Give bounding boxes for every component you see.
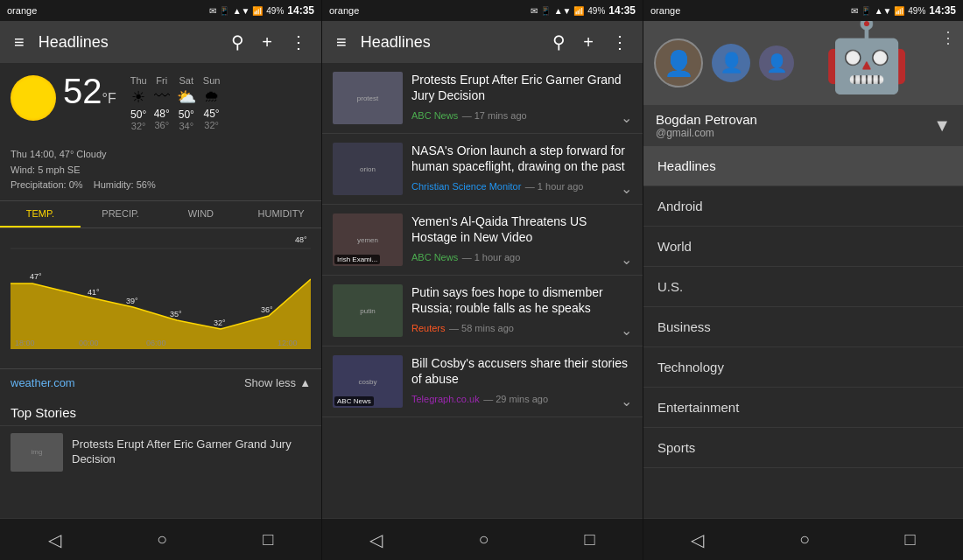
forecast-sat-hi: 50° — [177, 108, 196, 121]
drawer-item-world[interactable]: World — [643, 227, 963, 267]
carrier-1: orange — [7, 5, 37, 16]
news-headline-1: NASA's Orion launch a step forward for h… — [411, 143, 632, 174]
search-button-1[interactable]: ⚲ — [228, 28, 248, 56]
drawer-item-label-sports: Sports — [657, 440, 695, 455]
drawer-item-android[interactable]: Android — [643, 186, 963, 227]
news-time-0: — 17 mins ago — [462, 110, 527, 121]
expand-icon-1[interactable]: ⌄ — [621, 180, 632, 197]
news-item-3[interactable]: putin Putin says foes hope to dismember … — [322, 276, 643, 346]
status-bar-2: orange ✉ 📱 ▲▼ 📶 49% 14:35 — [322, 0, 643, 21]
list-item[interactable]: img Protests Erupt After Eric Garner Gra… — [0, 425, 321, 479]
home-button-3[interactable]: ○ — [799, 529, 810, 550]
news-thumb-0: protest — [333, 72, 403, 124]
avatar-tertiary[interactable]: 👤 — [759, 46, 794, 80]
battery-3: 49% — [908, 6, 925, 16]
drawer-item-entertainment[interactable]: Entertainment — [643, 388, 963, 428]
forecast-thu-name: Thu — [130, 75, 147, 86]
weather-link[interactable]: weather.com — [11, 376, 75, 389]
news-headline-0: Protests Erupt After Eric Garner Grand J… — [411, 72, 632, 103]
signal-icon-2: ✉ 📱 — [531, 6, 551, 16]
forecast-fri-icon: 〰 — [154, 88, 170, 106]
expand-icon-3[interactable]: ⌄ — [621, 322, 632, 339]
tab-precip[interactable]: PRECIP. — [81, 201, 161, 228]
news-time-2: — 1 hour ago — [462, 252, 521, 262]
headlines-panel: orange ✉ 📱 ▲▼ 📶 49% 14:35 ≡ Headlines ⚲ … — [321, 0, 643, 560]
axis-06: 06:00 — [146, 339, 166, 347]
tab-temp[interactable]: TEMP. — [0, 201, 81, 228]
app-bar-1: ≡ Headlines ⚲ + ⋮ — [0, 21, 321, 63]
dropdown-arrow-icon[interactable]: ▼ — [933, 116, 951, 136]
news-text-0: Protests Erupt After Eric Garner Grand J… — [411, 72, 632, 124]
news-source-1: Christian Science Monitor — [411, 181, 521, 192]
temp-block: 52°F Thu ☀ 50° 32° Fri 〰 48° — [63, 72, 311, 135]
menu-button-1[interactable]: ≡ — [11, 29, 28, 56]
add-button-1[interactable]: + — [258, 29, 276, 56]
drawer-item-label-us: U.S. — [657, 279, 683, 294]
weather-panel: orange ✉ 📱 ▲▼ 📶 49% 14:35 ≡ Headlines ⚲ … — [0, 0, 321, 560]
news-item-2[interactable]: yemen Irish Exami... Yemen's Al-Qaida Th… — [322, 205, 643, 276]
app-title-2: Headlines — [361, 33, 539, 52]
news-thumb-1: orion — [333, 143, 403, 195]
search-button-2[interactable]: ⚲ — [549, 28, 569, 56]
back-button-1[interactable]: ◁ — [48, 529, 61, 550]
drawer-account-info: Bogdan Petrovan @gmail.com ▼ — [643, 105, 963, 146]
time-1: 14:35 — [287, 4, 314, 17]
drawer-item-label-headlines: Headlines — [657, 158, 716, 173]
avatar-main[interactable]: 👤 — [654, 38, 703, 88]
story-title-small: Protests Erupt After Eric Garner Grand J… — [72, 438, 311, 467]
back-button-2[interactable]: ◁ — [369, 529, 383, 550]
menu-button-2[interactable]: ≡ — [333, 29, 350, 56]
recent-button-1[interactable]: □ — [263, 529, 273, 550]
news-text-3: Putin says foes hope to dismember Russia… — [411, 284, 632, 337]
avatar-secondary[interactable]: 👤 — [712, 44, 750, 82]
status-bar-3: orange ✉ 📱 ▲▼ 📶 49% 14:35 — [643, 0, 963, 21]
news-source-4: Telegraph.co.uk — [411, 394, 480, 404]
expand-icon-0[interactable]: ⌄ — [621, 109, 632, 126]
news-item-4[interactable]: cosby ABC News Bill Cosby's accusers sha… — [322, 346, 643, 417]
show-less-button[interactable]: Show less ▲ — [244, 376, 311, 389]
back-button-3[interactable]: ◁ — [691, 529, 704, 550]
drawer-item-technology[interactable]: Technology — [643, 347, 963, 388]
show-less-label: Show less — [244, 376, 296, 389]
recent-button-2[interactable]: □ — [584, 529, 594, 550]
drawer-item-us[interactable]: U.S. — [643, 267, 963, 307]
sun-icon — [11, 75, 56, 121]
carrier-3: orange — [650, 5, 680, 16]
forecast-sun-name: Sun — [203, 75, 221, 86]
battery-1: 49% — [266, 6, 284, 16]
thumb-label-4: ABC News — [334, 396, 374, 406]
recent-button-3[interactable]: □ — [905, 529, 916, 550]
news-thumb-2: yemen Irish Exami... — [333, 214, 403, 266]
forecast-sun-icon: 🌧 — [203, 88, 221, 106]
more-button-1[interactable]: ⋮ — [286, 28, 311, 56]
drawer-panel: orange ✉ 📱 ▲▼ 📶 49% 14:35 🤖 👤 👤 👤 ⋮ Bogd… — [643, 0, 963, 560]
more-button-2[interactable]: ⋮ — [608, 28, 632, 56]
label-39: 39° — [126, 297, 138, 305]
wifi-icon-2: ▲▼ 📶 — [554, 6, 585, 16]
tab-wind[interactable]: WIND — [161, 201, 242, 228]
drawer-item-sports[interactable]: Sports — [643, 428, 963, 468]
drawer-item-label-technology: Technology — [657, 360, 724, 374]
news-text-4: Bill Cosby's accusers share their storie… — [411, 355, 632, 408]
drawer-item-headlines[interactable]: Headlines — [643, 146, 963, 186]
news-time-1: — 1 hour ago — [525, 181, 584, 192]
news-item-1[interactable]: orion NASA's Orion launch a step forward… — [322, 134, 643, 205]
temp-chart-svg: 47° 41° 39° 35° 32° 36° 48° 18:00 00:00 … — [11, 235, 311, 349]
news-source-3: Reuters — [411, 323, 446, 333]
label-48: 48° — [295, 235, 307, 244]
drawer-item-label-android: Android — [657, 199, 703, 214]
axis-12: 12:00 — [278, 339, 298, 347]
news-item-0[interactable]: protest Protests Erupt After Eric Garner… — [322, 63, 643, 134]
forecast-sun: Sun 🌧 45° 32° — [203, 75, 221, 130]
weather-details: Thu 14:00, 47° Cloudy Wind: 5 mph SE Pre… — [0, 144, 321, 200]
expand-icon-4[interactable]: ⌄ — [621, 393, 632, 410]
expand-icon-2[interactable]: ⌄ — [621, 251, 632, 268]
add-button-2[interactable]: + — [580, 29, 597, 56]
home-button-2[interactable]: ○ — [478, 529, 489, 550]
bottom-nav-3: ◁ ○ □ — [643, 518, 963, 560]
news-source-0: ABC News — [411, 110, 458, 121]
drawer-more-icon[interactable]: ⋮ — [940, 28, 956, 47]
drawer-item-business[interactable]: Business — [643, 307, 963, 347]
home-button-1[interactable]: ○ — [157, 529, 167, 550]
tab-humidity[interactable]: HUMIDITY — [241, 201, 321, 228]
